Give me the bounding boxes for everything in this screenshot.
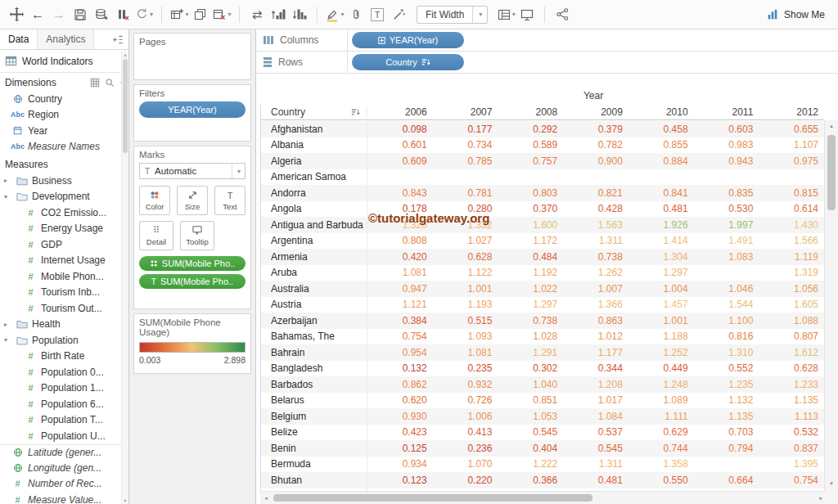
field-item[interactable]: #Tourism Inb... <box>0 285 122 301</box>
measure-folder[interactable]: ▸Health <box>0 317 122 333</box>
value-cell[interactable]: 0.481 <box>628 203 694 214</box>
rows-shelf-body[interactable]: Country <box>348 52 838 73</box>
value-cell[interactable]: 0.344 <box>563 362 628 374</box>
tooltip-button[interactable]: Tooltip <box>180 221 214 250</box>
value-cell[interactable]: 0.726 <box>433 394 498 406</box>
row-header-country[interactable]: American Samoa <box>261 169 367 186</box>
value-cell[interactable]: 0.379 <box>563 124 628 135</box>
rows-pill-country[interactable]: Country <box>352 54 464 70</box>
value-cell[interactable]: 1.027 <box>433 235 498 246</box>
value-cell[interactable]: 1.122 <box>433 267 498 278</box>
row-header-country[interactable]: Bangladesh <box>261 361 367 377</box>
row-header-country[interactable]: Antigua and Barbuda <box>261 217 367 233</box>
row-header-country[interactable]: Bahamas, The <box>261 329 367 345</box>
value-cell[interactable]: 1.111 <box>628 411 694 422</box>
value-cell[interactable]: 1.358 <box>628 458 694 470</box>
row-header-country[interactable]: Austria <box>261 297 367 313</box>
value-cell[interactable]: 1.311 <box>563 235 628 246</box>
scroll-right-icon[interactable]: ▸ <box>819 495 822 502</box>
field-item[interactable]: #Energy Usage <box>0 221 122 237</box>
scroll-thumb[interactable] <box>273 494 592 502</box>
field-item[interactable]: #CO2 Emissio... <box>0 205 122 221</box>
value-cell[interactable]: 0.098 <box>367 124 433 135</box>
value-cell[interactable]: 0.628 <box>759 362 824 374</box>
text-button[interactable]: T Text <box>214 186 246 215</box>
pages-card[interactable]: Pages <box>133 33 251 80</box>
value-cell[interactable]: 0.481 <box>563 475 628 486</box>
value-cell[interactable]: 1.083 <box>694 251 759 263</box>
value-cell[interactable]: 0.785 <box>433 155 498 167</box>
value-cell[interactable]: 1.612 <box>759 347 824 358</box>
value-cell[interactable]: 1.100 <box>694 315 759 326</box>
collapse-pane-button[interactable] <box>108 29 128 49</box>
value-cell[interactable]: 0.629 <box>628 426 694 438</box>
view-as-button[interactable] <box>90 78 100 88</box>
value-cell[interactable]: 0.943 <box>694 155 759 167</box>
collapse-arrow-icon[interactable]: ▾ <box>4 336 11 344</box>
column-header-year[interactable]: 2011 <box>694 106 759 118</box>
mark-type-caret[interactable]: ▾ <box>232 164 245 178</box>
color-legend-card[interactable]: SUM(Mobile Phone Usage) 0.003 2.898 <box>133 313 251 374</box>
value-cell[interactable]: 0.220 <box>433 475 498 486</box>
value-cell[interactable]: 1.053 <box>498 411 563 422</box>
measure-folder[interactable]: ▾Development <box>0 189 122 205</box>
value-cell[interactable]: 0.484 <box>498 251 563 263</box>
fit-selector-caret[interactable]: ▾ <box>472 7 487 23</box>
sidebar-scrollbar[interactable]: ▴ ▾ <box>121 51 128 504</box>
row-header-country[interactable]: Belgium <box>261 408 367 425</box>
sort-descending-button[interactable] <box>290 4 309 25</box>
group-members-button[interactable] <box>346 4 366 25</box>
value-cell[interactable]: 0.628 <box>433 251 498 263</box>
value-cell[interactable]: 1.366 <box>563 299 628 310</box>
value-cell[interactable]: 1.135 <box>759 394 824 406</box>
value-cell[interactable]: 0.703 <box>694 426 759 438</box>
value-cell[interactable]: 1.119 <box>759 251 824 263</box>
scroll-thumb[interactable] <box>123 59 128 153</box>
value-cell[interactable]: 0.235 <box>433 362 498 374</box>
field-item[interactable]: Longitude (gen... <box>0 460 122 476</box>
highlight-button[interactable]: ▾ <box>325 4 345 25</box>
value-cell[interactable]: 0.807 <box>759 331 824 342</box>
value-cell[interactable]: 0.808 <box>367 235 433 246</box>
value-cell[interactable]: 1.188 <box>628 331 694 342</box>
value-cell[interactable]: 0.754 <box>759 475 824 486</box>
value-cell[interactable]: 0.821 <box>563 187 628 199</box>
new-worksheet-button[interactable]: ▾ <box>169 4 189 25</box>
row-header-country[interactable]: Bermuda <box>261 457 367 473</box>
value-cell[interactable]: 1.395 <box>759 458 824 470</box>
value-cell[interactable]: 1.566 <box>759 235 824 246</box>
size-button[interactable]: Size <box>177 186 208 215</box>
value-cell[interactable]: 0.744 <box>628 443 694 454</box>
value-cell[interactable]: 1.262 <box>563 267 628 278</box>
datasource-item[interactable]: World Indicators <box>0 50 128 73</box>
value-cell[interactable]: 1.081 <box>367 267 433 278</box>
value-cell[interactable]: 1.107 <box>759 139 824 151</box>
value-cell[interactable]: 0.884 <box>628 155 694 167</box>
tab-analytics[interactable]: Analytics <box>38 29 94 49</box>
value-cell[interactable]: 0.954 <box>367 347 433 358</box>
value-cell[interactable]: 1.046 <box>694 283 759 295</box>
value-cell[interactable]: 1.056 <box>759 283 824 295</box>
value-cell[interactable]: 0.863 <box>563 315 628 326</box>
detail-button[interactable]: ⠿ Detail <box>139 221 173 250</box>
mark-labels-button[interactable]: T <box>367 4 387 25</box>
value-cell[interactable]: 0.601 <box>367 139 433 151</box>
fix-axes-button[interactable] <box>389 4 408 25</box>
pause-updates-button[interactable] <box>113 4 133 25</box>
value-cell[interactable]: 0.530 <box>694 203 759 214</box>
field-item[interactable]: #Population 0... <box>0 364 122 380</box>
value-cell[interactable]: 1.605 <box>759 299 824 310</box>
mark-type-dropdown[interactable]: T Automatic ▾ <box>139 163 246 179</box>
duplicate-sheet-button[interactable] <box>191 4 210 25</box>
value-cell[interactable]: 1.022 <box>498 283 563 295</box>
value-cell[interactable]: 1.006 <box>433 411 498 422</box>
field-item[interactable]: #Measure Value... <box>0 492 122 504</box>
value-cell[interactable]: 0.132 <box>367 362 433 374</box>
value-cell[interactable]: 1.235 <box>694 379 759 390</box>
value-cell[interactable]: 0.803 <box>498 187 563 199</box>
value-cell[interactable]: 1.132 <box>694 394 759 406</box>
value-cell[interactable]: 1.113 <box>759 411 824 422</box>
value-cell[interactable]: 1.028 <box>498 331 563 342</box>
row-header-country[interactable]: Andorra <box>261 185 367 201</box>
value-cell[interactable]: 0.366 <box>498 475 563 486</box>
